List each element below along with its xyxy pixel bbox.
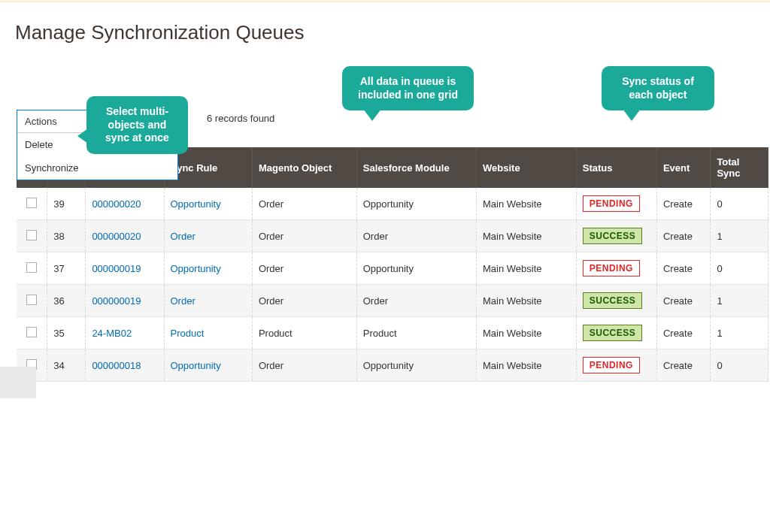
- cell-sync-rule[interactable]: Opportunity: [171, 198, 221, 210]
- cell-website: Main Website: [477, 252, 577, 285]
- cell-event: Create: [656, 252, 710, 285]
- cell-salesforce-module: Order: [356, 285, 476, 317]
- cell-event: Create: [656, 188, 710, 220]
- cell-event: Create: [656, 317, 710, 349]
- notice-bar: [0, 0, 770, 2]
- status-badge: PENDING: [583, 195, 640, 212]
- cell-salesforce-module: Order: [356, 220, 476, 252]
- cell-object-id[interactable]: 000000018: [92, 360, 141, 371]
- cell-object-id[interactable]: 000000019: [92, 295, 141, 307]
- cell-website: Main Website: [477, 285, 577, 317]
- cell-salesforce-module: Product: [356, 317, 476, 349]
- cell-total-sync: 0: [711, 188, 768, 220]
- cell-website: Main Website: [477, 317, 577, 349]
- cell-salesforce-module: Opportunity: [356, 188, 476, 220]
- table-row: 37000000019OpportunityOrderOpportunityMa…: [17, 252, 768, 285]
- callout-multi-sync: Select multi-objects and sync at once: [86, 96, 188, 154]
- cell-object-id[interactable]: 24-MB02: [92, 328, 132, 339]
- footer-block: [0, 367, 36, 398]
- row-checkbox[interactable]: [26, 262, 37, 273]
- cell-website: Main Website: [477, 188, 577, 220]
- status-badge: SUCCESS: [583, 292, 643, 309]
- header-total-sync[interactable]: Total Sync: [711, 147, 768, 188]
- cell-total-sync: 1: [711, 317, 768, 349]
- actions-item-synchronize[interactable]: Synchronize: [17, 156, 177, 180]
- cell-website: Main Website: [477, 220, 577, 252]
- header-magento-object[interactable]: Magento Object: [252, 147, 356, 188]
- status-badge: PENDING: [583, 357, 640, 373]
- cell-sync-rule[interactable]: Order: [171, 295, 196, 307]
- cell-total-sync: 1: [711, 220, 768, 252]
- sync-queue-grid: ID Object ID Sync Rule Magento Object Sa…: [17, 147, 770, 382]
- cell-sync-rule[interactable]: Opportunity: [171, 263, 221, 274]
- cell-id: 39: [47, 188, 86, 220]
- table-row: 36000000019OrderOrderOrderMain WebsiteSU…: [17, 285, 768, 317]
- cell-id: 36: [47, 285, 86, 317]
- cell-event: Create: [656, 220, 710, 252]
- row-checkbox[interactable]: [26, 230, 37, 240]
- status-badge: PENDING: [583, 260, 640, 277]
- cell-object-id[interactable]: 000000020: [92, 198, 141, 210]
- row-checkbox[interactable]: [26, 327, 37, 337]
- cell-id: 38: [47, 220, 86, 252]
- cell-event: Create: [656, 285, 710, 317]
- cell-magento-object: Product: [252, 317, 356, 349]
- cell-event: Create: [656, 349, 710, 382]
- cell-sync-rule[interactable]: Opportunity: [171, 360, 221, 371]
- cell-object-id[interactable]: 000000020: [92, 231, 141, 242]
- cell-id: 34: [47, 349, 86, 382]
- records-found-label: 6 records found: [207, 113, 274, 124]
- row-checkbox[interactable]: [26, 295, 37, 305]
- cell-total-sync: 0: [711, 252, 768, 285]
- callout-status-info: Sync status of each object: [602, 66, 714, 110]
- row-checkbox[interactable]: [26, 198, 37, 208]
- cell-magento-object: Order: [252, 220, 356, 252]
- cell-sync-rule[interactable]: Order: [171, 231, 196, 242]
- table-row: 3524-MB02ProductProductProductMain Websi…: [17, 317, 768, 349]
- cell-id: 35: [47, 317, 86, 349]
- header-status[interactable]: Status: [576, 147, 656, 188]
- cell-salesforce-module: Opportunity: [356, 252, 476, 285]
- cell-salesforce-module: Opportunity: [356, 349, 476, 382]
- table-row: 39000000020OpportunityOrderOpportunityMa…: [17, 188, 768, 220]
- cell-total-sync: 1: [711, 285, 768, 317]
- table-row: 38000000020OrderOrderOrderMain WebsiteSU…: [17, 220, 768, 252]
- cell-total-sync: 0: [711, 349, 768, 382]
- cell-magento-object: Order: [252, 285, 356, 317]
- callout-grid-info: All data in queue is included in one gri…: [342, 66, 474, 110]
- header-event[interactable]: Event: [656, 147, 710, 188]
- cell-magento-object: Order: [252, 252, 356, 285]
- table-row: 34000000018OpportunityOrderOpportunityMa…: [17, 349, 768, 382]
- cell-magento-object: Order: [252, 349, 356, 382]
- cell-object-id[interactable]: 000000019: [92, 263, 141, 274]
- cell-magento-object: Order: [252, 188, 356, 220]
- status-badge: SUCCESS: [583, 325, 643, 341]
- cell-id: 37: [47, 252, 86, 285]
- cell-sync-rule[interactable]: Product: [171, 328, 205, 339]
- page-title: Manage Synchronization Queues: [15, 21, 304, 44]
- header-salesforce-module[interactable]: Salesforce Module: [356, 147, 476, 188]
- status-badge: SUCCESS: [583, 228, 643, 244]
- header-website[interactable]: Website: [477, 147, 577, 188]
- cell-website: Main Website: [477, 349, 577, 382]
